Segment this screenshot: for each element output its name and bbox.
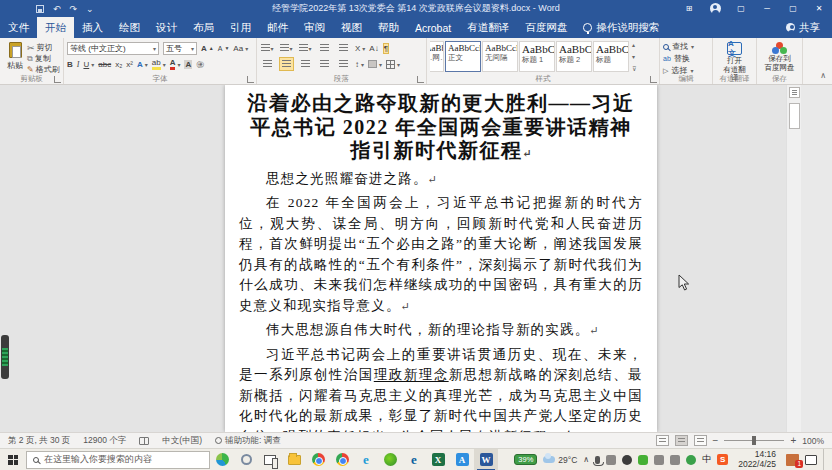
save-to-baidu-button[interactable]: 保存到百度网盘 — [760, 40, 799, 74]
document-page[interactable]: 沿着必由之路夺取新的更大胜利——习近平总书记 2022 年全国两会重要讲话精神指… — [225, 85, 657, 432]
style-card-heading2[interactable]: AaBbC 标题 2 — [556, 41, 592, 72]
clipboard-dialog-launcher[interactable] — [54, 76, 61, 83]
underline-button[interactable]: U▾ — [83, 60, 94, 69]
hidden-icons-chevron[interactable]: ∧ — [583, 455, 589, 464]
shading-bucket-button[interactable]: ▾ — [368, 60, 382, 68]
taskbar-search-box[interactable]: 在这里输入你要搜索的内容 — [26, 451, 210, 469]
tab-mailings[interactable]: 邮件 — [259, 17, 296, 38]
tab-references[interactable]: 引用 — [222, 17, 259, 38]
find-button[interactable]: 查找▾ — [663, 41, 709, 52]
decrease-indent-button[interactable] — [317, 41, 332, 55]
taskbar-app-browser-2[interactable] — [330, 449, 354, 470]
tab-youdao[interactable]: 有道翻译 — [459, 17, 517, 38]
paragraph-3[interactable]: 伟大思想源自伟大时代，新的理论指导新的实践。↵ — [239, 320, 643, 341]
open-youdao-button[interactable]: A文 打开有道翻译 — [716, 40, 753, 74]
show-desktop-button[interactable] — [823, 449, 828, 470]
asian-layout-button[interactable]: X▾ — [355, 44, 365, 53]
redo-icon[interactable]: ↷ — [70, 4, 78, 14]
left-edge-tool-handle[interactable] — [1, 335, 9, 379]
cut-button[interactable]: ✂剪切 — [27, 42, 60, 53]
tab-acrobat[interactable]: Acrobat — [407, 17, 459, 38]
sort-button[interactable]: A↓ — [369, 44, 378, 53]
font-color-button[interactable]: A▾ — [170, 58, 181, 70]
copy-button[interactable]: ⧉复制 — [27, 53, 60, 64]
line-spacing-button[interactable]: ↕▾ — [355, 60, 364, 69]
weather-widget[interactable]: 29°C — [543, 455, 577, 465]
tray-icon-1[interactable] — [606, 455, 616, 465]
sogou-input-icon[interactable]: S — [717, 454, 728, 465]
ribbon-display-options-icon[interactable]: ⊞ — [676, 0, 702, 17]
font-dialog-launcher[interactable] — [247, 76, 254, 83]
tab-review[interactable]: 审阅 — [296, 17, 333, 38]
microphone-icon[interactable] — [595, 456, 600, 464]
ruler-toggle-icon[interactable] — [789, 87, 800, 98]
proofing-icon[interactable] — [139, 437, 149, 445]
change-case-button[interactable]: Aa▾ — [233, 44, 248, 53]
collapse-ribbon-icon[interactable]: ∧ — [820, 71, 826, 80]
qq-icon[interactable] — [622, 455, 632, 465]
zoom-in-button[interactable]: + — [790, 435, 796, 446]
taskbar-app-file-explorer[interactable] — [282, 449, 306, 470]
style-card-partial[interactable]: AaBbCcDx …网… — [430, 41, 444, 72]
paragraph-4[interactable]: 习近平总书记两会上的重要讲话贯通历史、现在、未来，是一系列原创性治国理政新理念新… — [239, 345, 643, 433]
bold-button[interactable]: B — [67, 60, 73, 69]
tab-draw[interactable]: 绘图 — [111, 17, 148, 38]
distribute-button[interactable] — [336, 57, 351, 71]
strikethrough-button[interactable]: abc — [98, 60, 111, 69]
display-settings-icon[interactable]: ▢ — [728, 0, 754, 17]
font-size-combo[interactable]: 五号▾ — [163, 42, 197, 55]
vertical-scrollbar[interactable] — [786, 85, 801, 432]
taskbar-app-word-active[interactable]: W — [474, 449, 498, 470]
share-button[interactable]: 共享 — [774, 17, 832, 38]
language-indicator[interactable]: 中文(中国) — [162, 435, 202, 447]
align-center-button[interactable] — [279, 57, 294, 71]
multilevel-list-button[interactable]: ▾ — [298, 41, 313, 55]
italic-button[interactable]: I — [77, 60, 80, 69]
paragraph-dialog-launcher[interactable] — [417, 76, 424, 83]
tab-baidu-netdisk[interactable]: 百度网盘 — [517, 17, 575, 38]
taskbar-app-ie[interactable]: e — [354, 449, 378, 470]
taskbar-app-dingtalk[interactable]: A — [450, 449, 474, 470]
increase-indent-button[interactable] — [336, 41, 351, 55]
text-effects-button[interactable]: A▾ — [137, 60, 148, 69]
undo-icon[interactable]: ↶ — [53, 4, 61, 14]
styles-scroll-up-icon[interactable]: ▴ — [632, 41, 636, 48]
security-shield-icon[interactable] — [686, 455, 696, 465]
action-center-icon[interactable] — [805, 455, 817, 465]
style-card-normal[interactable]: AaBbCcDx 正文 — [445, 41, 481, 72]
styles-scroll-down-icon[interactable]: ▾ — [632, 53, 636, 60]
read-mode-button[interactable] — [656, 435, 669, 446]
customize-qat-icon[interactable]: ⌄ — [86, 4, 94, 14]
tell-me-search[interactable]: 操作说明搜索 — [575, 17, 667, 38]
align-left-button[interactable] — [260, 57, 275, 71]
tab-view[interactable]: 视图 — [333, 17, 370, 38]
tab-home[interactable]: 开始 — [37, 17, 74, 38]
taskbar-app-excel[interactable]: X — [426, 449, 450, 470]
grow-font-button[interactable]: A▲ — [201, 44, 214, 53]
web-layout-button[interactable] — [694, 435, 707, 446]
style-card-heading1[interactable]: AaBbC 标题 1 — [519, 41, 555, 72]
numbering-button[interactable]: ▾ — [279, 41, 294, 55]
styles-more-icon[interactable]: ⊽ — [632, 65, 636, 72]
styles-dialog-launcher[interactable] — [650, 76, 657, 83]
tab-design[interactable]: 设计 — [148, 17, 185, 38]
page-indicator[interactable]: 第 2 页, 共 30 页 — [8, 435, 70, 447]
zoom-level[interactable]: 100% — [802, 436, 824, 446]
character-shading-button[interactable]: A — [184, 60, 192, 69]
font-name-combo[interactable]: 等线 (中文正文)▾ — [67, 42, 159, 55]
scrollbar-thumb[interactable] — [789, 103, 800, 129]
volume-icon[interactable] — [670, 455, 680, 465]
highlight-button[interactable]: ab▾ — [152, 58, 166, 70]
taskbar-app-cortana[interactable] — [234, 449, 258, 470]
account-avatar[interactable] — [702, 0, 728, 17]
minimize-button[interactable]: ─ — [754, 0, 780, 17]
zoom-slider-thumb[interactable] — [752, 436, 756, 445]
close-button[interactable]: ✕ — [806, 0, 832, 17]
style-card-title[interactable]: AaBbC 标题 — [593, 41, 629, 72]
style-card-no-spacing[interactable]: AaBbCcDx 无间隔 — [482, 41, 518, 72]
word-count[interactable]: 12900 个字 — [83, 435, 126, 447]
print-layout-button[interactable] — [675, 435, 688, 446]
bullets-button[interactable]: ▾ — [260, 41, 275, 55]
taskbar-app-edge[interactable]: e — [402, 449, 426, 470]
paragraph-1[interactable]: 思想之光照耀奋进之路。↵ — [239, 169, 643, 190]
